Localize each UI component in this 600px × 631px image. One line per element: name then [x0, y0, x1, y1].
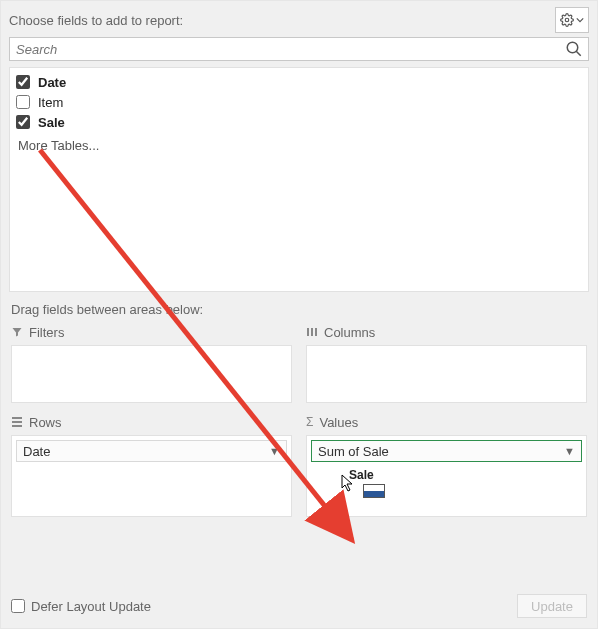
field-row[interactable]: Date	[16, 72, 582, 92]
values-label: Values	[319, 415, 358, 430]
chip-label: Date	[23, 444, 50, 459]
chevron-down-icon[interactable]: ▼	[269, 445, 280, 457]
sigma-icon: Σ	[306, 415, 313, 429]
columns-icon	[306, 326, 318, 338]
filters-dropzone[interactable]	[11, 345, 292, 403]
svg-rect-6	[12, 417, 22, 419]
values-field-chip[interactable]: Sum of Sale ▼	[311, 440, 582, 462]
svg-rect-4	[311, 328, 313, 336]
svg-rect-5	[315, 328, 317, 336]
values-dropzone[interactable]: Sum of Sale ▼ Sale	[306, 435, 587, 517]
update-button: Update	[517, 594, 587, 618]
columns-label: Columns	[324, 325, 375, 340]
columns-dropzone[interactable]	[306, 345, 587, 403]
chevron-down-icon	[576, 16, 584, 24]
svg-point-1	[567, 42, 578, 53]
field-label: Item	[38, 95, 63, 110]
pivot-field-list-panel: Choose fields to add to report: Date Ite…	[0, 0, 598, 629]
gear-icon	[560, 13, 574, 27]
field-row[interactable]: Sale	[16, 112, 582, 132]
more-tables-link[interactable]: More Tables...	[16, 138, 582, 153]
defer-layout-checkbox[interactable]: Defer Layout Update	[11, 599, 151, 614]
rows-icon	[11, 416, 23, 428]
svg-line-2	[576, 51, 581, 56]
filters-label: Filters	[29, 325, 64, 340]
field-label: Sale	[38, 115, 65, 130]
field-checkbox-sale[interactable]	[16, 115, 30, 129]
header: Choose fields to add to report:	[1, 1, 597, 37]
chip-label: Sum of Sale	[318, 444, 389, 459]
footer: Defer Layout Update Update	[1, 586, 597, 628]
field-checkbox-item[interactable]	[16, 95, 30, 109]
filter-icon	[11, 326, 23, 338]
areas-prompt: Drag fields between areas below:	[1, 292, 597, 323]
rows-field-chip[interactable]: Date ▼	[16, 440, 287, 462]
search-icon[interactable]	[565, 40, 583, 58]
rows-area: Rows Date ▼	[11, 413, 292, 517]
search-input[interactable]	[9, 37, 589, 61]
svg-point-0	[565, 18, 569, 22]
defer-label: Defer Layout Update	[31, 599, 151, 614]
svg-rect-3	[307, 328, 309, 336]
field-list[interactable]: Date Item Sale More Tables...	[9, 67, 589, 292]
rows-label: Rows	[29, 415, 62, 430]
search-row	[1, 37, 597, 67]
areas-grid: Filters Columns Rows Date	[1, 323, 597, 517]
svg-rect-8	[12, 425, 22, 427]
drag-ghost-label: Sale	[349, 468, 374, 482]
drop-indicator-icon	[363, 484, 385, 498]
svg-rect-7	[12, 421, 22, 423]
chevron-down-icon[interactable]: ▼	[564, 445, 575, 457]
header-title: Choose fields to add to report:	[9, 13, 555, 28]
field-checkbox-date[interactable]	[16, 75, 30, 89]
field-label: Date	[38, 75, 66, 90]
filters-area: Filters	[11, 323, 292, 403]
cursor-icon	[341, 474, 357, 494]
values-area: Σ Values Sum of Sale ▼ Sale	[306, 413, 587, 517]
field-row[interactable]: Item	[16, 92, 582, 112]
columns-area: Columns	[306, 323, 587, 403]
rows-dropzone[interactable]: Date ▼	[11, 435, 292, 517]
defer-checkbox-input[interactable]	[11, 599, 25, 613]
tools-dropdown-button[interactable]	[555, 7, 589, 33]
